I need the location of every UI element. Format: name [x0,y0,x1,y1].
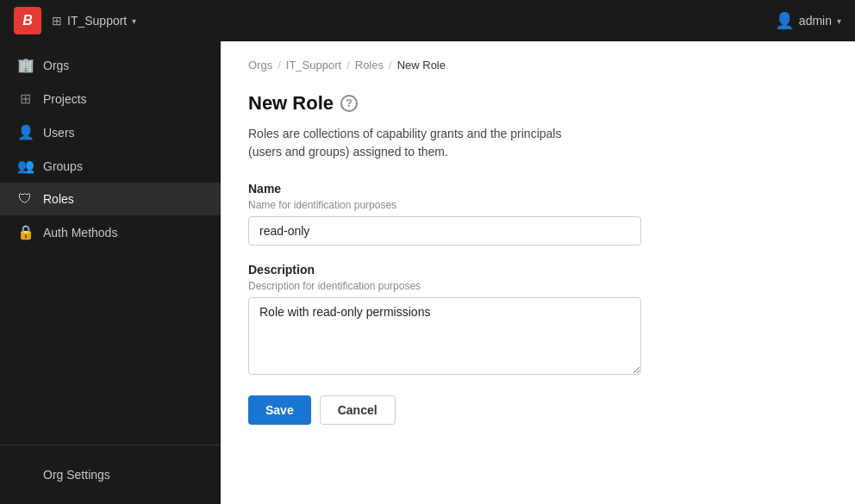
users-icon: 👤 [17,124,33,140]
cancel-button[interactable]: Cancel [320,395,396,425]
help-icon[interactable]: ? [340,95,358,112]
user-avatar-icon: 👤 [775,11,794,30]
main-content: Orgs / IT_Support / Roles / New Role New… [221,41,855,504]
user-chevron-icon: ▾ [837,16,841,26]
workspace-name: IT_Support [67,14,127,28]
page-description-line1: Roles are collections of capability gran… [248,127,561,140]
button-row: Save Cancel [248,395,827,425]
workspace-selector[interactable]: ⊞ IT_Support ▾ [52,14,136,28]
auth-methods-icon: 🔒 [17,224,33,240]
logo-icon[interactable]: B [14,7,41,34]
sidebar-item-label: Roles [43,192,74,206]
breadcrumb-sep-2: / [346,59,350,72]
page-title: New Role [248,92,334,115]
sidebar: 🏢 Orgs ⊞ Projects 👤 Users 👥 Groups 🛡 Rol… [0,41,221,504]
description-textarea[interactable]: Role with read-only permissions [248,297,641,375]
roles-icon: 🛡 [17,191,33,207]
topbar-left: B ⊞ IT_Support ▾ [14,7,136,34]
sidebar-item-groups[interactable]: 👥 Groups [0,149,221,183]
sidebar-item-roles[interactable]: 🛡 Roles [0,183,221,215]
orgs-icon: 🏢 [17,57,33,73]
page-content: New Role ? Roles are collections of capa… [221,78,855,452]
description-hint: Description for identification purposes [248,280,827,292]
breadcrumb-current: New Role [397,59,446,72]
name-form-group: Name Name for identification purposes [248,182,827,246]
breadcrumb: Orgs / IT_Support / Roles / New Role [221,41,855,78]
sidebar-item-users[interactable]: 👤 Users [0,115,221,149]
name-hint: Name for identification purposes [248,199,827,211]
page-description: Roles are collections of capability gran… [248,125,827,161]
breadcrumb-sep-3: / [389,59,392,72]
name-input[interactable] [248,216,641,246]
workspace-icon: ⊞ [52,14,62,28]
page-title-row: New Role ? [248,92,827,115]
projects-icon: ⊞ [17,90,33,107]
sidebar-item-auth-methods[interactable]: 🔒 Auth Methods [0,215,221,249]
sidebar-nav: 🏢 Orgs ⊞ Projects 👤 Users 👥 Groups 🛡 Rol… [0,48,221,438]
page-description-line2: (users and groups) assigned to them. [248,145,448,159]
breadcrumb-sep-1: / [278,59,281,72]
breadcrumb-roles[interactable]: Roles [355,59,384,72]
breadcrumb-it-support[interactable]: IT_Support [286,59,341,72]
sidebar-item-org-settings[interactable]: Org Settings [0,459,221,490]
sidebar-item-label: Orgs [43,59,69,72]
description-label: Description [248,263,827,277]
topbar: B ⊞ IT_Support ▾ 👤 admin ▾ [0,0,855,41]
description-form-group: Description Description for identificati… [248,263,827,378]
groups-icon: 👥 [17,158,33,174]
name-label: Name [248,182,827,196]
user-label: admin [799,14,832,28]
sidebar-divider [0,445,221,445]
sidebar-item-label: Users [43,126,75,140]
sidebar-item-label: Groups [43,159,83,173]
sidebar-item-projects[interactable]: ⊞ Projects [0,82,221,115]
save-button[interactable]: Save [248,395,311,425]
layout: 🏢 Orgs ⊞ Projects 👤 Users 👥 Groups 🛡 Rol… [0,41,855,504]
user-menu[interactable]: 👤 admin ▾ [775,11,841,30]
workspace-chevron-icon: ▾ [132,16,136,26]
sidebar-bottom: Org Settings [0,452,221,497]
breadcrumb-orgs[interactable]: Orgs [248,59,272,72]
sidebar-item-orgs[interactable]: 🏢 Orgs [0,48,221,82]
sidebar-item-label: Org Settings [43,468,110,482]
sidebar-item-label: Auth Methods [43,226,117,240]
sidebar-item-label: Projects [43,92,87,106]
